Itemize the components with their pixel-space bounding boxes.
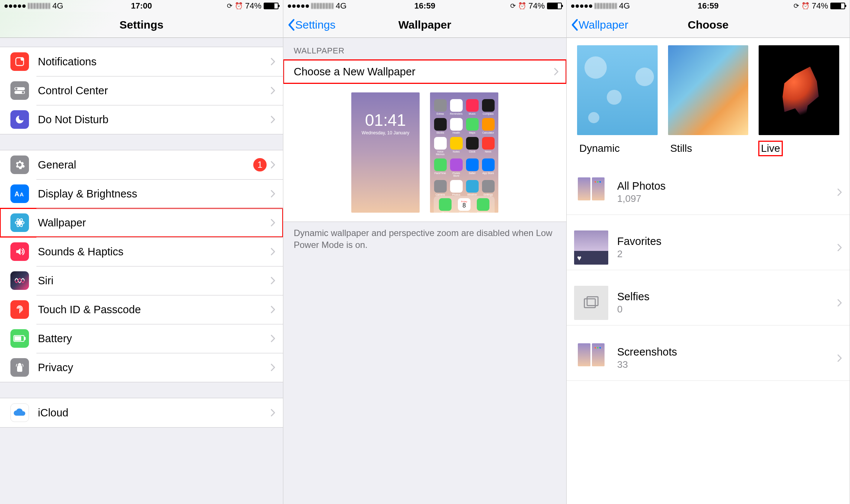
settings-row-battery[interactable]: Battery bbox=[0, 324, 283, 353]
settings-row-control-center[interactable]: Control Center bbox=[0, 76, 283, 105]
app-icon: Calculator bbox=[482, 118, 495, 134]
footer-note: Dynamic wallpaper and perspective zoom a… bbox=[283, 222, 566, 256]
chevron-right-icon bbox=[270, 86, 276, 95]
lock-screen-preview[interactable]: 01:41 Wednesday, 10 January bbox=[351, 92, 420, 213]
section-header: WALLPAPER bbox=[283, 38, 566, 59]
back-button[interactable]: Wallpaper bbox=[570, 19, 628, 31]
choose-new-wallpaper-label: Choose a New Wallpaper bbox=[294, 66, 554, 78]
battery-icon bbox=[830, 3, 845, 9]
app-icon: Phone bbox=[439, 198, 452, 213]
app-icon: Stocks bbox=[434, 118, 447, 134]
category-label: Dynamic bbox=[577, 141, 622, 156]
status-bar: 4G 16:59 ⟳ ⏰ 74% bbox=[283, 0, 566, 12]
settings-group: Notifications Control Center Do Not Dist… bbox=[0, 47, 283, 134]
svg-rect-16 bbox=[587, 297, 598, 306]
svg-point-5 bbox=[22, 91, 24, 94]
svg-rect-15 bbox=[584, 299, 595, 308]
nav-bar: Settings Wallpaper bbox=[283, 12, 566, 38]
chevron-right-icon bbox=[270, 408, 276, 417]
category-stills[interactable]: Stills bbox=[668, 45, 749, 156]
settings-row-wallpaper[interactable]: Wallpaper bbox=[0, 208, 283, 237]
battery-percent: 74% bbox=[812, 1, 828, 11]
privacy-icon bbox=[10, 358, 29, 377]
sounds-icon bbox=[10, 242, 29, 261]
settings-row-touchid[interactable]: Touch ID & Passcode bbox=[0, 295, 283, 324]
row-label: Siri bbox=[38, 275, 270, 287]
chevron-right-icon bbox=[270, 305, 276, 314]
nav-title: Wallpaper bbox=[398, 19, 451, 31]
settings-row-icloud[interactable]: iCloud bbox=[0, 398, 283, 427]
category-dynamic[interactable]: Dynamic bbox=[577, 45, 658, 156]
icloud-icon bbox=[10, 403, 29, 422]
status-time: 17:00 bbox=[131, 1, 152, 11]
svg-rect-14 bbox=[25, 337, 26, 340]
app-icon: Notes bbox=[450, 137, 463, 156]
battery-icon bbox=[547, 3, 562, 9]
album-count: 2 bbox=[617, 248, 837, 260]
row-label: Touch ID & Passcode bbox=[38, 304, 270, 316]
display-icon: AA bbox=[10, 184, 29, 203]
choose-new-wallpaper-row[interactable]: Choose a New Wallpaper bbox=[283, 60, 566, 84]
album-thumb bbox=[574, 286, 608, 320]
back-label: Settings bbox=[295, 19, 335, 31]
category-label: Stills bbox=[668, 141, 694, 156]
album-row-all-photos[interactable]: All Photos 1,097 bbox=[567, 170, 850, 215]
status-bar: 4G 17:00 ⟳ ⏰ 74% bbox=[0, 0, 283, 12]
settings-row-display[interactable]: AA Display & Brightness bbox=[0, 179, 283, 208]
carrier-label bbox=[311, 3, 333, 9]
badge: 1 bbox=[253, 158, 267, 171]
nav-bar: Wallpaper Choose bbox=[567, 12, 850, 38]
dock: PhoneFriday8CalendarMessages bbox=[434, 196, 495, 213]
carrier-label bbox=[28, 3, 50, 9]
app-icon: Safari bbox=[466, 158, 479, 177]
general-icon bbox=[10, 156, 29, 174]
album-row-favorites[interactable]: Favorites 2 bbox=[567, 225, 850, 270]
screen-choose: 4G 16:59 ⟳ ⏰ 74% Wallpaper Choose Dynami… bbox=[567, 0, 850, 504]
app-icon: Health bbox=[450, 118, 463, 134]
nav-bar: Settings bbox=[0, 12, 283, 38]
app-icon: FaceTime bbox=[434, 158, 447, 177]
albums-list[interactable]: All Photos 1,097 Favorites 2 Selfies 0 S… bbox=[567, 170, 850, 381]
app-icon: Compass bbox=[482, 99, 495, 115]
touchid-icon bbox=[10, 300, 29, 319]
album-thumb bbox=[574, 230, 608, 265]
app-icon: News bbox=[482, 137, 495, 156]
signal-dots-icon bbox=[4, 4, 26, 8]
app-icon: Weather bbox=[466, 180, 479, 196]
signal-dots-icon bbox=[288, 4, 309, 8]
album-row-selfies[interactable]: Selfies 0 bbox=[567, 281, 850, 325]
album-title: Favorites bbox=[617, 235, 837, 248]
settings-row-general[interactable]: General 1 bbox=[0, 150, 283, 179]
chevron-right-icon bbox=[837, 298, 842, 307]
settings-row-privacy[interactable]: Privacy bbox=[0, 353, 283, 382]
app-icon: Music bbox=[466, 99, 479, 115]
category-thumb bbox=[759, 45, 839, 135]
app-icon: Clock bbox=[466, 137, 479, 156]
chevron-right-icon bbox=[270, 160, 276, 169]
settings-row-do-not-disturb[interactable]: Do Not Disturb bbox=[0, 105, 283, 134]
chevron-right-icon bbox=[270, 363, 276, 372]
chevron-right-icon bbox=[837, 354, 842, 363]
settings-row-sounds[interactable]: Sounds & Haptics bbox=[0, 237, 283, 266]
alarm-icon: ⏰ bbox=[235, 2, 243, 10]
alarm-icon: ⏰ bbox=[518, 2, 526, 10]
back-button[interactable]: Settings bbox=[287, 19, 335, 31]
row-label: Battery bbox=[38, 333, 270, 345]
album-title: Screenshots bbox=[617, 346, 837, 358]
album-row-screenshots[interactable]: Screenshots 33 bbox=[567, 336, 850, 381]
settings-row-notifications[interactable]: Notifications bbox=[0, 47, 283, 76]
settings-row-siri[interactable]: Siri bbox=[0, 266, 283, 295]
home-screen-preview[interactable]: ExtrasRemindersMusicCompassStocksHealthM… bbox=[430, 92, 498, 213]
chevron-right-icon bbox=[554, 67, 559, 76]
row-label: Sounds & Haptics bbox=[38, 246, 270, 258]
lock-preview-time: 01:41 bbox=[365, 111, 406, 130]
wallpaper-previews: 01:41 Wednesday, 10 January ExtrasRemind… bbox=[283, 84, 566, 222]
album-thumb bbox=[574, 175, 608, 209]
chevron-right-icon bbox=[270, 189, 276, 198]
settings-list[interactable]: Notifications Control Center Do Not Dist… bbox=[0, 38, 283, 504]
category-live[interactable]: Live bbox=[759, 45, 839, 156]
album-thumb bbox=[574, 341, 608, 375]
notifications-icon bbox=[10, 52, 29, 71]
row-label: Notifications bbox=[38, 56, 270, 68]
chevron-right-icon bbox=[837, 188, 842, 197]
